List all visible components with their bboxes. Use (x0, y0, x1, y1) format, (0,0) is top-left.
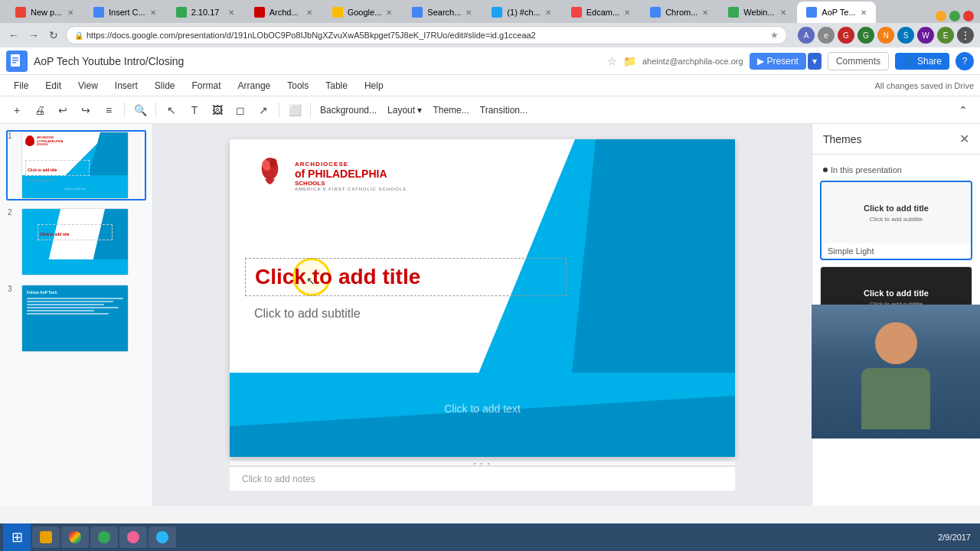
close-button[interactable] (963, 11, 974, 21)
extension-icon-7[interactable]: E (937, 27, 954, 44)
slide-subtitle-box[interactable]: Click to add subtitle (245, 304, 567, 324)
address-bar[interactable]: 🔒 https://docs.google.com/presentation/d… (66, 26, 787, 44)
extension-icon-4[interactable]: N (877, 27, 894, 44)
tab-twitter[interactable]: (1) #ch... ✕ (482, 2, 560, 23)
tab-edcam[interactable]: Edcam... ✕ (562, 2, 639, 23)
tab-gmail-close[interactable]: ✕ (67, 8, 74, 17)
main-slide-canvas[interactable]: ARCHDIOCESE of PHILADELPHIA SCHOOLS AMER… (230, 139, 735, 457)
extension-icon-3[interactable]: G (858, 27, 874, 44)
canvas-area[interactable]: ARCHDIOCESE of PHILADELPHIA SCHOOLS AMER… (153, 124, 812, 506)
star-icon[interactable]: ☆ (607, 55, 617, 67)
tab-search-close[interactable]: ✕ (466, 8, 472, 17)
taskbar-chrome-1[interactable] (61, 527, 89, 548)
tab-aop-close[interactable]: ✕ (861, 8, 867, 17)
notes-resize-handle[interactable]: • • • (230, 460, 735, 466)
toolbar-separator-2 (155, 103, 156, 118)
tab-ver-close[interactable]: ✕ (228, 8, 234, 17)
toolbar-comments-inline-button[interactable]: ⬜ (284, 99, 305, 121)
profile-icon[interactable]: A (798, 27, 815, 44)
share-button[interactable]: 👤 Share (895, 53, 949, 70)
toolbar-image-button[interactable]: 🖼 (207, 99, 228, 121)
menu-help[interactable]: Help (357, 77, 391, 94)
extension-icon-1[interactable]: e (818, 27, 835, 44)
present-dropdown-button[interactable]: ▾ (808, 53, 822, 70)
comments-button[interactable]: Comments (828, 52, 889, 70)
toolbar-transition-dropdown[interactable]: Transition... (475, 103, 532, 117)
slide-thumb-2[interactable]: 2 Click to add title (6, 207, 146, 277)
help-button[interactable]: ? (956, 52, 974, 70)
taskbar-other[interactable] (149, 527, 176, 548)
logo-line4: AMERICA'S FIRST CATHOLIC SCHOOLS (295, 187, 407, 191)
tab-webinar[interactable]: Webin... ✕ (719, 2, 795, 23)
logo-line1: ARCHDIOCESE (295, 161, 407, 168)
slide-bottom-text-box[interactable]: Click to add text (230, 403, 735, 415)
minimize-button[interactable] (936, 11, 946, 21)
toolbar-textbox-button[interactable]: T (184, 99, 205, 121)
back-button[interactable]: ← (6, 28, 21, 43)
menu-format[interactable]: Format (185, 77, 229, 94)
theme-simple-light[interactable]: Click to add title Click to add subtitle… (820, 181, 972, 260)
menu-slide[interactable]: Slide (147, 77, 183, 94)
browser-tabs: New p... ✕ Insert C... ✕ 2.10.17 ✕ Archd… (0, 0, 980, 23)
toolbar-zoom-button[interactable]: 🔍 (129, 99, 151, 121)
tab-google-close[interactable]: ✕ (386, 8, 392, 17)
menu-file[interactable]: File (6, 77, 36, 94)
bookmark-icon[interactable]: ★ (770, 30, 779, 41)
toolbar-line-button[interactable]: ↗ (253, 99, 274, 121)
slide-title-box[interactable]: Click to add title (245, 258, 567, 296)
tab-edcam-close[interactable]: ✕ (624, 8, 630, 17)
menu-insert[interactable]: Insert (107, 77, 145, 94)
menu-arrange[interactable]: Arrange (230, 77, 279, 94)
toolbar-format-button[interactable]: ≡ (98, 99, 119, 121)
toolbar-print-button[interactable]: 🖨 (29, 99, 51, 121)
tab-search[interactable]: Search... ✕ (403, 2, 481, 23)
toolbar-redo-button[interactable]: ↪ (75, 99, 96, 121)
toolbar-theme-dropdown[interactable]: Theme... (428, 103, 473, 117)
toolbar-layout-dropdown[interactable]: Layout ▾ (383, 103, 426, 117)
tab-arch-close[interactable]: ✕ (306, 8, 312, 17)
tab-insert[interactable]: Insert C... ✕ (84, 2, 165, 23)
toolbar-background-dropdown[interactable]: Background... (315, 103, 381, 117)
menu-tools[interactable]: Tools (279, 77, 316, 94)
tab-ver[interactable]: 2.10.17 ✕ (167, 2, 243, 23)
maximize-button[interactable] (949, 11, 960, 21)
notes-area[interactable]: Click to add notes (230, 466, 735, 491)
tab-insert-close[interactable]: ✕ (150, 8, 156, 17)
toolbar-select-button[interactable]: ↖ (161, 99, 182, 121)
tab-webinar-close[interactable]: ✕ (780, 8, 786, 17)
toolbar-undo-button[interactable]: ↩ (52, 99, 74, 121)
main-layout: 1 ARCHDIOCESE of PHILADELPHIA SCHOOLS (0, 124, 980, 506)
menu-view[interactable]: View (70, 77, 106, 94)
themes-close-button[interactable]: ✕ (959, 132, 969, 146)
folder-icon[interactable]: 📁 (623, 55, 636, 67)
slide-thumb-3[interactable]: 3 Follow AoP Tech (6, 283, 146, 354)
tab-chrome-close[interactable]: ✕ (702, 8, 708, 17)
reload-button[interactable]: ↻ (46, 28, 61, 43)
start-button[interactable]: ⊞ (3, 523, 31, 551)
slide-thumb-1[interactable]: 1 ARCHDIOCESE of PHILADELPHIA SCHOOLS (6, 130, 146, 201)
taskbar-file-explorer[interactable] (32, 527, 60, 548)
extension-icon-2[interactable]: G (838, 27, 854, 44)
toolbar-collapse-button[interactable]: ⌃ (952, 99, 974, 121)
tab-twitter-close[interactable]: ✕ (545, 8, 551, 17)
present-button[interactable]: ▶ Present (750, 53, 806, 70)
extension-icon-6[interactable]: W (917, 27, 934, 44)
present-button-group: ▶ Present ▾ (750, 53, 822, 70)
tab-insert-label: Insert C... (109, 8, 145, 17)
tab-aop-label: AoP Te... (822, 8, 855, 17)
menu-table[interactable]: Table (318, 77, 355, 94)
tab-gmail[interactable]: New p... ✕ (6, 2, 83, 23)
tab-google[interactable]: Google... ✕ (323, 2, 402, 23)
tab-chrome[interactable]: Chrom... ✕ (641, 2, 717, 23)
extension-icon-5[interactable]: S (897, 27, 914, 44)
taskbar-itunes[interactable] (119, 527, 147, 548)
menu-edit[interactable]: Edit (38, 77, 69, 94)
tab-arch[interactable]: Archd... ✕ (245, 2, 322, 23)
toolbar-add-button[interactable]: + (6, 99, 28, 121)
toolbar-shape-button[interactable]: ◻ (230, 99, 251, 121)
taskbar-chrome-2[interactable] (90, 527, 118, 548)
taskbar-datetime: 2/9/2017 (938, 533, 971, 542)
tab-aop[interactable]: AoP Te... ✕ (797, 2, 875, 23)
chrome-menu-icon[interactable]: ⋮ (957, 27, 974, 44)
forward-button[interactable]: → (26, 28, 41, 43)
